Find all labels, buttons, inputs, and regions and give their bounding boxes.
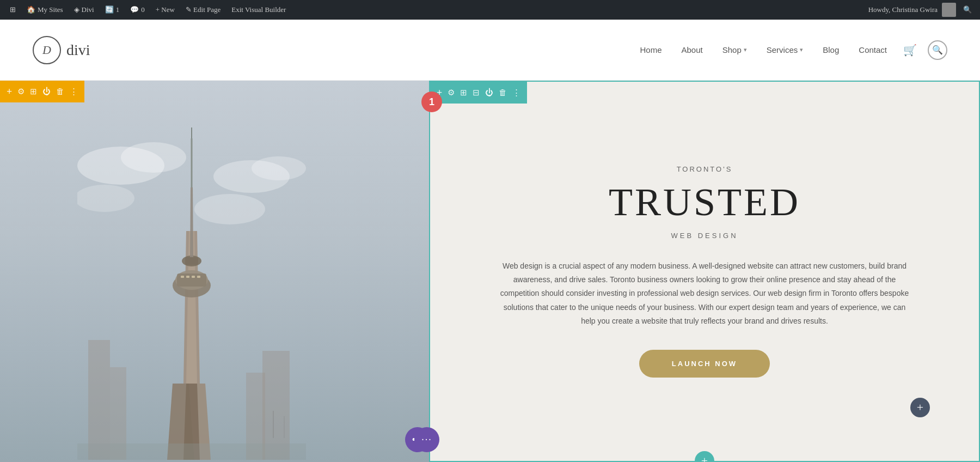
svg-rect-21 [192, 276, 195, 278]
new-btn[interactable]: + New [151, 0, 179, 20]
exit-vb-btn[interactable]: Exit Visual Builder [227, 0, 290, 20]
settings-section-icon[interactable]: ⚙ [17, 87, 24, 96]
my-sites-icon: 🏠 [27, 5, 35, 14]
trash-section-icon[interactable]: 🗑 [56, 87, 64, 96]
avatar [942, 3, 956, 17]
toronto-label: TORONTO'S [677, 165, 733, 173]
add-row-plus-icon: + [701, 454, 708, 462]
updates-btn[interactable]: 🔄 1 [101, 0, 124, 20]
hero-content-col: + ⚙ ⊞ ⊟ ⏻ 🗑 ⋮ 1 TORONTO'S TRUSTED WEB DE… [429, 81, 980, 462]
power-section-icon[interactable]: ⏻ [42, 87, 51, 96]
add-section-button[interactable]: + [910, 398, 930, 417]
settings-row-icon[interactable]: ⚙ [448, 88, 455, 98]
web-design-label: WEB DESIGN [671, 232, 738, 240]
my-sites-btn[interactable]: 🏠 My Sites [22, 0, 68, 20]
layout-section-icon[interactable]: ⊞ [30, 87, 37, 96]
updates-icon: 🔄 [105, 5, 114, 14]
logo-circle: D [33, 36, 61, 64]
nav-contact[interactable]: Contact [849, 40, 897, 60]
admin-bar: ⊞ 🏠 My Sites ◈ Divi 🔄 1 💬 0 + New ✎ Edit… [0, 0, 980, 20]
main-nav: Home About Shop ▾ Services ▾ Blog Contac… [630, 38, 947, 62]
search-button[interactable]: 🔍 [928, 40, 947, 60]
comments-btn[interactable]: 💬 0 [126, 0, 149, 20]
nav-blog[interactable]: Blog [813, 40, 849, 60]
svg-rect-20 [186, 276, 189, 278]
power-row-icon[interactable]: ⏻ [485, 88, 493, 98]
services-chevron-icon: ▾ [800, 46, 803, 53]
search-icon: 🔍 [932, 45, 943, 55]
divi-btn[interactable]: ◈ Divi [70, 0, 99, 20]
nav-home[interactable]: Home [630, 40, 671, 60]
svg-point-3 [252, 156, 306, 180]
main-heading: TRUSTED [609, 180, 800, 225]
svg-point-1 [121, 142, 186, 173]
site-header: D divi Home About Shop ▾ Services ▾ Blog… [0, 20, 980, 81]
svg-rect-19 [181, 276, 184, 278]
svg-rect-22 [197, 276, 200, 278]
columns-row-icon[interactable]: ⊟ [473, 88, 480, 98]
hero-image-col: + ⚙ ⊞ ⏻ 🗑 ⋮ [0, 81, 429, 462]
svg-marker-16 [190, 187, 193, 257]
nav-shop[interactable]: Shop ▾ [713, 40, 757, 60]
svg-rect-27 [77, 443, 306, 460]
wp-icon-btn[interactable]: ⊞ [5, 0, 20, 20]
cart-icon[interactable]: 🛒 [897, 38, 923, 62]
logo-text: divi [66, 41, 90, 59]
add-row-button[interactable]: + [695, 451, 714, 462]
shop-chevron-icon: ▾ [744, 46, 747, 53]
nav-about[interactable]: About [671, 40, 712, 60]
svg-rect-13 [177, 273, 206, 287]
main-content: + ⚙ ⊞ ⏻ 🗑 ⋮ [0, 81, 980, 462]
wp-icon: ⊞ [10, 5, 16, 14]
svg-point-5 [194, 194, 265, 224]
add-section-plus-icon: + [917, 400, 923, 415]
edit-page-btn[interactable]: ✎ Edit Page [181, 0, 225, 20]
more-row-icon[interactable]: ⋮ [512, 88, 520, 98]
add-section-icon[interactable]: + [7, 86, 12, 98]
trash-row-icon[interactable]: 🗑 [499, 88, 507, 98]
section-toolbar-orange: + ⚙ ⊞ ⏻ 🗑 ⋮ [0, 81, 84, 102]
hero-body-text: Web design is a crucial aspect of any mo… [498, 259, 911, 328]
more-section-icon[interactable]: ⋮ [70, 87, 78, 96]
admin-search-btn[interactable]: 🔍 [960, 3, 975, 17]
nav-services[interactable]: Services ▾ [757, 40, 813, 60]
three-dots-icon: ··· [421, 434, 432, 446]
svg-rect-15 [185, 257, 198, 265]
row-toolbar-teal: + ⚙ ⊞ ⊟ ⏻ 🗑 ⋮ [430, 82, 527, 104]
purple-options-button[interactable]: ··· [414, 427, 439, 452]
cn-tower-image [77, 122, 306, 462]
section-number-badge: 1 [421, 92, 442, 112]
svg-point-4 [77, 185, 134, 212]
layout-row-icon[interactable]: ⊞ [460, 88, 467, 98]
svg-rect-23 [88, 340, 110, 460]
logo[interactable]: D divi [33, 36, 90, 64]
comments-icon: 💬 [130, 5, 139, 14]
admin-bar-right: Howdy, Christina Gwira 🔍 [868, 3, 975, 17]
launch-now-button[interactable]: LAUNCH NOW [639, 350, 770, 378]
divi-icon: ◈ [74, 5, 79, 14]
